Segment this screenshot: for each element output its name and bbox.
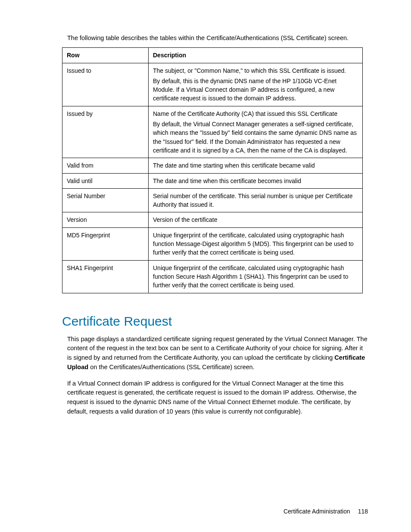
table-row: Valid until The date and time when this … bbox=[62, 173, 363, 188]
row-desc-para: Name of the Certificate Authority (CA) t… bbox=[153, 109, 358, 118]
section-para-2: If a Virtual Connect domain IP address i… bbox=[67, 379, 368, 417]
row-description: The date and time starting when this cer… bbox=[149, 158, 363, 173]
table-row: Issued to The subject, or "Common Name,"… bbox=[62, 63, 363, 106]
table-row: Version Version of the certificate bbox=[62, 212, 363, 227]
page-footer: Certificate Administration 118 bbox=[283, 508, 368, 515]
table-row: Issued by Name of the Certificate Author… bbox=[62, 106, 363, 158]
row-description: Unique fingerprint of the certificate, c… bbox=[149, 227, 363, 260]
row-label: SHA1 Fingerprint bbox=[62, 260, 149, 293]
row-description: Serial number of the certificate. This s… bbox=[149, 188, 363, 212]
row-label: Version bbox=[62, 212, 149, 227]
row-description: Unique fingerprint of the certificate, c… bbox=[149, 260, 363, 293]
table-row: Valid from The date and time starting wh… bbox=[62, 158, 363, 173]
footer-page-number: 118 bbox=[358, 508, 368, 515]
table-header-row: Row Description bbox=[62, 48, 363, 63]
row-label: Valid until bbox=[62, 173, 149, 188]
row-label: Issued by bbox=[62, 106, 149, 158]
table-header-description-label: Description bbox=[149, 48, 363, 63]
row-label: Valid from bbox=[62, 158, 149, 173]
para-text: on the Certificates/Authentications (SSL… bbox=[88, 364, 255, 370]
row-desc-para: The date and time when this certificate … bbox=[153, 177, 358, 185]
table-body: Issued to The subject, or "Common Name,"… bbox=[62, 63, 363, 293]
row-desc-para: Version of the certificate bbox=[153, 215, 358, 224]
row-description: The date and time when this certificate … bbox=[149, 173, 363, 188]
row-desc-para: The subject, or "Common Name," to which … bbox=[153, 66, 358, 75]
row-description: Version of the certificate bbox=[149, 212, 363, 227]
para-text: This page displays a standardized certif… bbox=[67, 336, 367, 361]
row-desc-para: By default, the Virtual Connect Manager … bbox=[153, 120, 358, 155]
row-description: Name of the Certificate Authority (CA) t… bbox=[149, 106, 363, 158]
row-desc-para: By default, this is the dynamic DNS name… bbox=[153, 77, 358, 103]
footer-section-name: Certificate Administration bbox=[283, 508, 350, 515]
row-desc-para: The date and time starting when this cer… bbox=[153, 161, 358, 170]
row-desc-para: Serial number of the certificate. This s… bbox=[153, 192, 358, 209]
row-label: MD5 Fingerprint bbox=[62, 227, 149, 260]
intro-paragraph: The following table describes the tables… bbox=[67, 34, 368, 42]
table-row: Serial Number Serial number of the certi… bbox=[62, 188, 363, 212]
row-label: Issued to bbox=[62, 63, 149, 106]
row-desc-para: Unique fingerprint of the certificate, c… bbox=[153, 264, 358, 290]
table-header-row-label: Row bbox=[62, 48, 149, 63]
section-heading-certificate-request: Certificate Request bbox=[62, 314, 368, 329]
row-desc-para: Unique fingerprint of the certificate, c… bbox=[153, 231, 358, 257]
table-row: MD5 Fingerprint Unique fingerprint of th… bbox=[62, 227, 363, 260]
row-label: Serial Number bbox=[62, 188, 149, 212]
table-row: SHA1 Fingerprint Unique fingerprint of t… bbox=[62, 260, 363, 293]
certificate-fields-table: Row Description Issued to The subject, o… bbox=[62, 47, 363, 293]
row-description: The subject, or "Common Name," to which … bbox=[149, 63, 363, 106]
section-para-1: This page displays a standardized certif… bbox=[67, 335, 368, 372]
